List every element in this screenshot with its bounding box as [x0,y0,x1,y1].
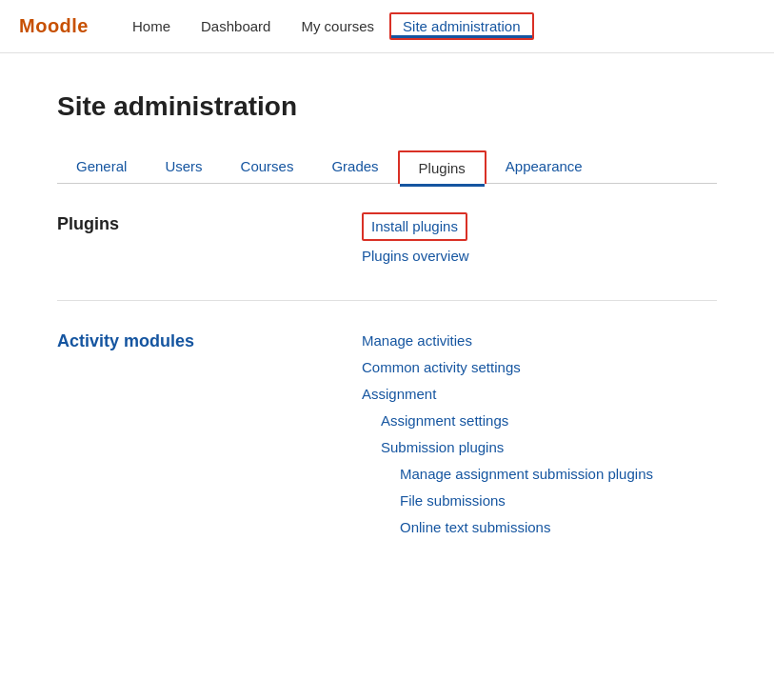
page-title: Site administration [57,91,717,122]
assignment-link[interactable]: Assignment [362,383,717,406]
activity-modules-section: Activity modules Manage activities Commo… [57,330,717,571]
plugins-overview-link[interactable]: Plugins overview [362,245,717,268]
nav-siteadmin[interactable]: Site administration [389,12,533,40]
install-plugins-link[interactable]: Install plugins [362,212,467,241]
manage-activities-link[interactable]: Manage activities [362,330,717,352]
submission-plugins-link[interactable]: Submission plugins [362,436,717,459]
activity-modules-links: Manage activities Common activity settin… [362,330,717,543]
activity-modules-label: Activity modules [57,330,362,543]
brand-logo: Moodle [19,15,89,37]
assignment-settings-link[interactable]: Assignment settings [362,410,717,432]
tab-users[interactable]: Users [146,150,221,183]
tab-grades[interactable]: Grades [312,150,397,183]
nav-dashboard[interactable]: Dashboard [186,0,286,53]
common-activity-settings-link[interactable]: Common activity settings [362,356,717,379]
nav-mycourses[interactable]: My courses [286,0,389,53]
plugins-section: Plugins Install plugins Plugins overview [57,212,717,301]
tab-plugins[interactable]: Plugins [398,150,486,184]
manage-assignment-submission-plugins-link[interactable]: Manage assignment submission plugins [362,463,717,486]
file-submissions-link[interactable]: File submissions [362,490,717,512]
tab-appearance[interactable]: Appearance [486,150,602,183]
plugins-section-label: Plugins [57,212,362,271]
nav-links: Home Dashboard My courses Site administr… [117,0,534,53]
nav-home[interactable]: Home [117,0,186,53]
section-tabs: General Users Courses Grades Plugins App… [57,150,717,184]
online-text-submissions-link[interactable]: Online text submissions [362,516,717,539]
plugins-links: Install plugins Plugins overview [362,212,717,271]
tab-general[interactable]: General [57,150,146,183]
main-content: Site administration General Users Course… [0,53,774,638]
top-nav: Moodle Home Dashboard My courses Site ad… [0,0,774,53]
tab-courses[interactable]: Courses [222,150,313,183]
